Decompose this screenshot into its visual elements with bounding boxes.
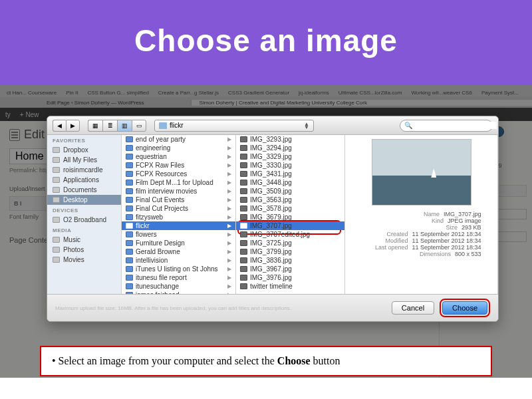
folder-row[interactable]: flickr▶ — [122, 221, 235, 230]
sidebar-item[interactable]: Photos — [47, 245, 121, 255]
file-row[interactable]: IMG_3707edited.jpg — [236, 230, 344, 239]
folder-name: FCPX Raw Files — [136, 162, 184, 169]
finder-sidebar: FAVORITESDropboxAll My Filesroisinmcardl… — [47, 135, 122, 294]
choose-button[interactable]: Choose — [442, 301, 487, 315]
nav-forward-button[interactable]: ▶ — [66, 120, 80, 132]
folder-row[interactable]: Gerald Browne▶ — [122, 247, 235, 256]
path-label: flickr — [170, 122, 184, 129]
chevron-right-icon: ▶ — [227, 257, 231, 263]
file-row[interactable]: IMG_3836.jpg — [236, 256, 344, 265]
folder-icon — [126, 283, 133, 289]
folder-row[interactable]: fitzysweb▶ — [122, 213, 235, 221]
sidebar-item[interactable]: All My Files — [47, 155, 121, 165]
folder-name: Final Cut Events — [136, 196, 184, 203]
folder-icon — [126, 249, 133, 255]
file-icon — [240, 240, 247, 246]
folder-row[interactable]: iTunes U listing on St Johns▶ — [122, 265, 235, 273]
chevron-right-icon: ▶ — [227, 145, 231, 151]
folder-icon — [126, 231, 133, 237]
sidebar-item[interactable]: Desktop — [47, 195, 121, 205]
search-input[interactable] — [412, 122, 497, 129]
column-folders[interactable]: end of year party▶engineering▶equestrian… — [122, 135, 236, 294]
file-icon — [240, 162, 247, 168]
stage: ct Han... CoursewarePin ItCSS Button G..… — [0, 85, 532, 378]
sidebar-item[interactable]: Movies — [47, 255, 121, 265]
path-popup[interactable]: flickr ▲▼ — [154, 120, 314, 132]
chevron-right-icon: ▶ — [227, 136, 231, 142]
sidebar-item-label: All My Files — [63, 156, 97, 164]
file-row[interactable]: IMG_3578.jpg — [236, 204, 344, 213]
file-name: IMG_3976.jpg — [250, 274, 292, 281]
file-row[interactable]: IMG_3329.jpg — [236, 152, 344, 161]
folder-icon — [126, 205, 133, 211]
sidebar-group-label: FAVORITES — [47, 135, 121, 145]
dialog-toolbar: ◀ ▶ ▦ ≣ ▥ ▭ flickr ▲▼ 🔍 — [47, 116, 498, 135]
meta-key: Created — [361, 231, 408, 237]
sidebar-item[interactable]: roisinmcardle — [47, 165, 121, 175]
folder-row[interactable]: itunesuchange▶ — [122, 282, 235, 291]
folder-name: flowers — [136, 231, 157, 238]
folder-row[interactable]: equestrian▶ — [122, 152, 235, 161]
sidebar-item-icon — [53, 257, 60, 263]
instruction-callout: • Select an image from your computer and… — [40, 346, 492, 376]
file-icon — [240, 197, 247, 203]
view-list-button[interactable]: ≣ — [102, 120, 117, 132]
file-row[interactable]: IMG_3431.jpg — [236, 170, 344, 178]
instruction-text-post: button — [311, 355, 340, 366]
file-row[interactable]: IMG_3509.jpg — [236, 187, 344, 196]
view-columns-button[interactable]: ▥ — [117, 120, 132, 132]
folder-row[interactable]: FCPX Resources▶ — [122, 170, 235, 178]
folder-row[interactable]: Final Cut Events▶ — [122, 196, 235, 204]
file-row[interactable]: IMG_3563.jpg — [236, 196, 344, 204]
file-row[interactable]: IMG_3725.jpg — [236, 239, 344, 247]
file-row[interactable]: IMG_3293.jpg — [236, 135, 344, 144]
sidebar-item-label: Desktop — [63, 196, 88, 203]
file-row[interactable]: IMG_3294.jpg — [236, 144, 344, 152]
folder-row[interactable]: FCPX Raw Files▶ — [122, 161, 235, 170]
chevron-right-icon: ▶ — [227, 214, 231, 220]
file-row[interactable]: IMG_3799.jpg — [236, 247, 344, 256]
folder-row[interactable]: film interview movies▶ — [122, 187, 235, 196]
view-icons-button[interactable]: ▦ — [88, 120, 102, 132]
column-files[interactable]: IMG_3293.jpgIMG_3294.jpgIMG_3329.jpgIMG_… — [236, 135, 345, 294]
file-icon — [240, 171, 247, 177]
folder-row[interactable]: Furniture Design▶ — [122, 239, 235, 247]
folder-row[interactable]: itunesu file report▶ — [122, 273, 235, 282]
search-field[interactable]: 🔍 — [400, 120, 493, 132]
file-row[interactable]: IMG_3976.jpg — [236, 273, 344, 282]
sidebar-item[interactable]: Applications — [47, 175, 121, 185]
file-row[interactable]: IMG_3707.jpg — [236, 221, 344, 230]
sidebar-item[interactable]: O2 Broadband — [47, 215, 121, 225]
folder-row[interactable]: james fairhead▶ — [122, 291, 235, 294]
view-coverflow-button[interactable]: ▭ — [132, 120, 146, 132]
sidebar-item[interactable]: Music — [47, 235, 121, 245]
folder-icon — [126, 266, 133, 272]
sidebar-item-label: Movies — [63, 256, 84, 263]
chevron-right-icon: ▶ — [227, 283, 231, 289]
file-row[interactable]: IMG_3448.jpg — [236, 178, 344, 187]
file-icon — [240, 188, 247, 194]
folder-name: itunesu file report — [136, 274, 187, 281]
file-row[interactable]: IMG_3967.jpg — [236, 265, 344, 273]
folder-name: itunesuchange — [136, 283, 179, 290]
file-name: IMG_3448.jpg — [250, 179, 292, 186]
sidebar-item-label: Applications — [63, 176, 99, 184]
folder-icon — [126, 154, 133, 160]
meta-value: 800 x 533 — [455, 251, 481, 257]
sidebar-item[interactable]: Documents — [47, 185, 121, 195]
file-row[interactable]: IMG_3330.jpg — [236, 161, 344, 170]
folder-row[interactable]: flowers▶ — [122, 230, 235, 239]
file-row[interactable]: IMG_3679.jpg — [236, 213, 344, 221]
folder-icon — [126, 240, 133, 246]
file-row[interactable]: twitter timeline — [236, 282, 344, 291]
folder-row[interactable]: intellivision▶ — [122, 256, 235, 265]
nav-back-button[interactable]: ◀ — [53, 120, 66, 132]
folder-row[interactable]: engineering▶ — [122, 144, 235, 152]
file-name: IMG_3967.jpg — [250, 265, 292, 273]
folder-row[interactable]: Film Dept M...1 for Upload▶ — [122, 178, 235, 187]
folder-row[interactable]: end of year party▶ — [122, 135, 235, 144]
folder-row[interactable]: Final Cut Projects▶ — [122, 204, 235, 213]
sidebar-item[interactable]: Dropbox — [47, 145, 121, 155]
cancel-button[interactable]: Cancel — [392, 301, 434, 315]
chevron-right-icon: ▶ — [227, 231, 231, 237]
